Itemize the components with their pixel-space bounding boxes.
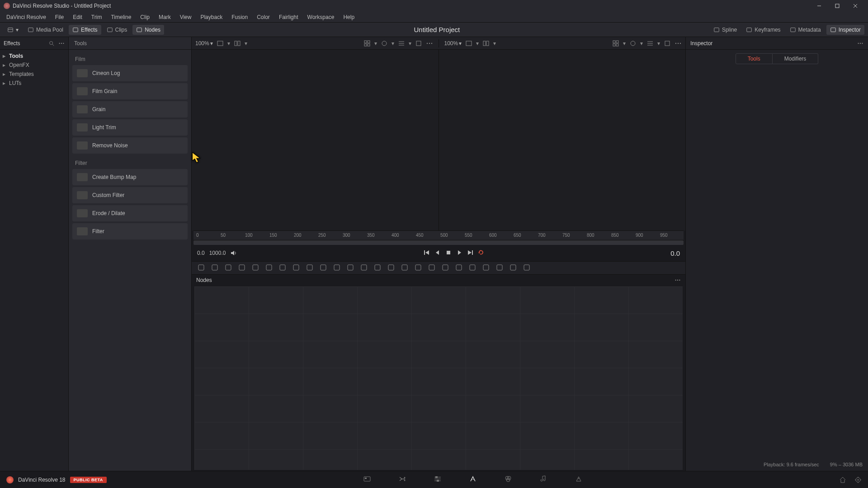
image3d-tool-icon[interactable] [482, 263, 490, 273]
tool-create-bump-map[interactable]: Create Bump Map [72, 169, 188, 185]
close-button[interactable] [846, 0, 864, 12]
deliver-page-icon[interactable] [575, 475, 583, 484]
viewer-right-zoom[interactable]: 100%▾ [444, 40, 462, 47]
inspector-tab-modifiers[interactable]: Modifiers [773, 53, 819, 64]
menu-color[interactable]: Color [252, 13, 274, 22]
tool-custom-filter[interactable]: Custom Filter [72, 187, 188, 203]
speaker-icon[interactable] [230, 249, 237, 257]
tool-light-trim[interactable]: Light Trim [72, 119, 188, 136]
menu-clip[interactable]: Clip [136, 13, 154, 22]
menu-workspace[interactable]: Workspace [303, 13, 339, 22]
ellipse-tool-icon[interactable] [387, 263, 395, 273]
loader-tool-icon[interactable] [346, 263, 354, 273]
range-end[interactable]: 1000.0 [209, 250, 226, 256]
clips-button[interactable]: Clips [103, 25, 131, 35]
cut-page-icon[interactable] [398, 475, 406, 484]
polyline-tool-icon[interactable] [278, 263, 287, 273]
tool-grain[interactable]: Grain [72, 101, 188, 117]
color-icon[interactable] [381, 40, 388, 47]
loop-button[interactable] [478, 249, 484, 257]
minimize-button[interactable] [810, 0, 828, 12]
tree-item-templates[interactable]: ▸Templates [0, 70, 68, 79]
text-tool-icon[interactable] [224, 263, 232, 273]
options-icon[interactable] [857, 40, 863, 47]
rende3d-tool-icon[interactable] [509, 263, 517, 273]
options-icon[interactable] [58, 40, 65, 47]
viewer-left-zoom[interactable]: 100%▾ [195, 40, 213, 47]
fairlight-page-icon[interactable] [539, 475, 547, 484]
edit-page-icon[interactable] [434, 475, 442, 484]
bspline-tool-icon[interactable] [414, 263, 422, 273]
range-start[interactable]: 0.0 [197, 250, 205, 256]
prev-frame-button[interactable] [434, 249, 441, 257]
fit-icon[interactable] [217, 40, 224, 47]
saver-tool-icon[interactable] [360, 263, 368, 273]
grid-icon[interactable] [612, 40, 619, 47]
dropdown-button[interactable]: ▾ [4, 25, 22, 35]
drop-tool-icon[interactable] [306, 263, 314, 273]
play-button[interactable] [456, 249, 462, 257]
background-tool-icon[interactable] [197, 263, 205, 273]
tool-film-grain[interactable]: Film Grain [72, 83, 188, 99]
fit-icon[interactable] [465, 40, 472, 47]
inspector-button[interactable]: Inspector [826, 25, 864, 35]
grid-icon[interactable] [363, 40, 371, 47]
nodes-canvas[interactable] [194, 286, 683, 470]
pemit-tool-icon[interactable] [441, 263, 449, 273]
guides-icon[interactable] [398, 40, 405, 47]
menu-playback[interactable]: Playback [196, 13, 227, 22]
options-icon[interactable] [426, 40, 433, 47]
last-frame-button[interactable] [467, 249, 473, 257]
inspector-tab-tools[interactable]: Tools [736, 53, 773, 64]
guides-icon[interactable] [646, 40, 654, 47]
menu-trim[interactable]: Trim [87, 13, 107, 22]
fog-tool-icon[interactable] [523, 263, 531, 273]
menu-timeline[interactable]: Timeline [106, 13, 136, 22]
paint-tool-icon[interactable] [238, 263, 246, 273]
tree-item-luts[interactable]: ▸LUTs [0, 79, 68, 88]
light-tool-icon[interactable] [292, 263, 300, 273]
layout-icon[interactable] [482, 40, 490, 47]
color-icon[interactable] [629, 40, 637, 47]
camera-tool-icon[interactable] [468, 263, 476, 273]
layout-icon[interactable] [234, 40, 241, 47]
color-page-icon[interactable] [504, 475, 512, 484]
menu-fairlight[interactable]: Fairlight [274, 13, 303, 22]
spline-button[interactable]: Spline [710, 25, 741, 35]
timeline-scrollbar[interactable] [193, 240, 684, 245]
menu-view[interactable]: View [175, 13, 196, 22]
tool-filter[interactable]: Filter [72, 223, 188, 239]
menu-help[interactable]: Help [339, 13, 359, 22]
timeline-ruler[interactable]: 0501001502002503003504004505005506006507… [193, 230, 684, 240]
menu-davinciresolve[interactable]: DaVinci Resolve [2, 13, 51, 22]
particles-tool-icon[interactable] [428, 263, 436, 273]
shape3d-tool-icon[interactable] [495, 263, 504, 273]
viewer-right-pane[interactable] [439, 50, 686, 230]
tool-erode-dilate[interactable]: Erode / Dilate [72, 205, 188, 221]
tool-cineon-log[interactable]: Cineon Log [72, 65, 188, 81]
menu-fusion[interactable]: Fusion [227, 13, 252, 22]
effects-button[interactable]: Effects [69, 25, 101, 35]
mask-tool-icon[interactable] [265, 263, 273, 273]
media-page-icon[interactable] [363, 475, 371, 484]
maximize-button[interactable] [828, 0, 846, 12]
options-icon[interactable] [675, 40, 682, 47]
fusion-page-icon[interactable] [469, 475, 477, 484]
settings-icon[interactable] [415, 40, 422, 47]
mediapool-button[interactable]: Media Pool [24, 25, 67, 35]
search-icon[interactable] [48, 40, 55, 47]
settings-icon[interactable] [664, 40, 671, 47]
nodes-button[interactable]: Nodes [132, 25, 164, 35]
current-time[interactable]: 0.0 [670, 249, 680, 257]
home-icon[interactable] [839, 476, 846, 483]
menu-file[interactable]: File [51, 13, 68, 22]
viewer-left-pane[interactable] [192, 50, 439, 230]
tree-item-openfx[interactable]: ▸OpenFX [0, 61, 68, 70]
rectangle-tool-icon[interactable] [373, 263, 382, 273]
prender-tool-icon[interactable] [455, 263, 463, 273]
mediain-tool-icon[interactable] [319, 263, 327, 273]
mediaout-tool-icon[interactable] [333, 263, 341, 273]
merge-tool-icon[interactable] [211, 263, 219, 273]
metadata-button[interactable]: Metadata [786, 25, 825, 35]
keyframes-button[interactable]: Keyframes [742, 25, 784, 35]
